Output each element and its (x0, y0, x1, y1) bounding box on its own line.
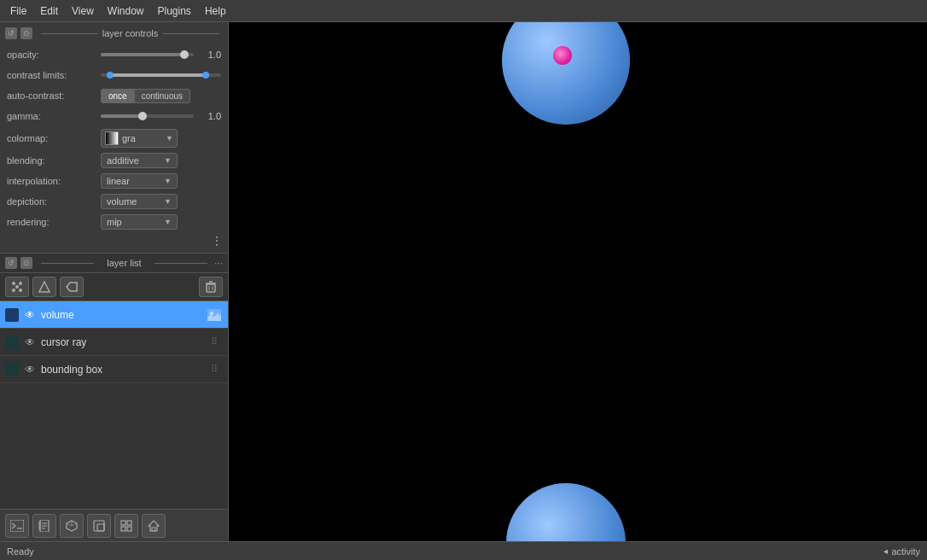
grid-icon (120, 520, 132, 532)
menu-plugins[interactable]: Plugins (151, 3, 198, 19)
activity-label: activity (891, 546, 920, 557)
opacity-slider-container: 1.0 (101, 50, 221, 60)
blending-value: additive (107, 155, 160, 166)
layer-item-volume[interactable]: 👁 volume (0, 301, 228, 329)
volume-image-icon (206, 306, 223, 324)
activity-panel[interactable]: ◂ activity (883, 546, 920, 557)
depiction-row: depiction: volume ▼ (0, 191, 228, 212)
svg-rect-29 (127, 527, 131, 531)
add-points-btn[interactable] (5, 277, 29, 297)
bounding-box-move-icon: ⠿ (206, 361, 223, 378)
depiction-label: depiction: (7, 196, 101, 207)
contrast-track[interactable] (101, 73, 221, 77)
gamma-row: gamma: 1.0 (0, 106, 228, 126)
svg-marker-30 (149, 521, 159, 531)
header-icons: ↺ ⊙ (5, 27, 32, 39)
status-ready: Ready (7, 546, 34, 557)
svg-line-23 (67, 523, 72, 526)
colormap-value: gra (122, 133, 162, 143)
gamma-thumb[interactable] (138, 112, 147, 120)
grid-btn[interactable] (114, 514, 138, 538)
layer-list-divider-left (41, 263, 94, 264)
layer-item-bounding-box[interactable]: 👁 bounding box ⠿ (0, 356, 228, 383)
layer-list-header-icons: ↺ ⊙ (5, 257, 32, 269)
three-dots-menu[interactable]: ⋮ (0, 232, 228, 249)
header-divider-right (162, 33, 219, 34)
menu-window[interactable]: Window (101, 3, 151, 19)
status-bar: Ready ◂ activity (0, 541, 927, 560)
contrast-row: contrast limits: (0, 65, 228, 85)
opacity-track[interactable] (101, 53, 194, 56)
bounding-box-color-dot (5, 363, 19, 376)
labels-icon (66, 281, 78, 293)
sphere-top-left (502, 22, 630, 125)
interpolation-row: interpolation: linear ▼ (0, 171, 228, 191)
svg-rect-28 (121, 527, 125, 531)
ellipsis-icon[interactable]: ⋮ (211, 234, 223, 248)
layer-controls-title: layer controls (102, 28, 159, 38)
notebook-btn[interactable] (32, 514, 56, 538)
layer-item-cursor-ray[interactable]: 👁 cursor ray ⠿ (0, 329, 228, 356)
console-btn[interactable] (5, 514, 29, 538)
cube-btn[interactable] (60, 514, 84, 538)
svg-line-22 (72, 523, 77, 526)
auto-contrast-label: auto-contrast: (7, 90, 101, 101)
opacity-row: opacity: 1.0 (0, 44, 228, 65)
colormap-swatch (105, 131, 119, 145)
gamma-fill (101, 114, 143, 118)
bounding-box-name: bounding box (41, 364, 206, 376)
auto-contrast-continuous-btn[interactable]: continuous (135, 89, 190, 103)
auto-contrast-row: auto-contrast: once continuous (0, 85, 228, 106)
main-layout: ↺ ⊙ layer controls opacity: 1.0 (0, 22, 927, 541)
rendering-arrow-icon: ▼ (164, 218, 172, 226)
menu-view[interactable]: View (65, 3, 101, 19)
colormap-select[interactable]: gra ▼ (101, 129, 178, 148)
canvas-area[interactable] (229, 22, 927, 541)
menu-help[interactable]: Help (198, 3, 233, 19)
interpolation-select[interactable]: linear ▼ (101, 173, 178, 189)
bounding-box-visibility-icon[interactable]: 👁 (22, 362, 38, 377)
delete-icon (205, 281, 217, 293)
settings-icon[interactable]: ⊙ (20, 27, 32, 39)
interpolation-value: linear (107, 176, 160, 186)
layer-list: 👁 volume 👁 cursor ray ⠿ (0, 301, 228, 509)
svg-rect-24 (94, 521, 104, 531)
add-shapes-btn[interactable] (32, 277, 56, 297)
menu-edit[interactable]: Edit (33, 3, 65, 19)
home-btn[interactable] (142, 514, 166, 538)
contrast-thumb-right[interactable] (202, 72, 209, 79)
svg-rect-25 (97, 524, 104, 531)
reset-icon[interactable]: ↺ (5, 27, 17, 39)
window-icon (93, 520, 105, 532)
layer-list-section: ↺ ⊙ layer list ··· (0, 254, 228, 509)
layer-list-divider-right (154, 263, 207, 264)
gamma-track[interactable] (101, 114, 194, 118)
contrast-slider-container (101, 73, 221, 77)
rendering-row: rendering: mip ▼ (0, 212, 228, 232)
depiction-select[interactable]: volume ▼ (101, 194, 178, 209)
delete-layer-btn[interactable] (199, 277, 223, 297)
interpolation-label: interpolation: (7, 176, 101, 186)
svg-point-1 (19, 282, 22, 285)
auto-contrast-once-btn[interactable]: once (101, 89, 135, 103)
layer-list-settings-icon[interactable]: ⊙ (20, 257, 32, 269)
cursor-ray-visibility-icon[interactable]: 👁 (22, 335, 38, 350)
window-btn[interactable] (87, 514, 111, 538)
depiction-value: volume (107, 196, 160, 207)
layer-toolbar (0, 273, 228, 301)
rendering-select[interactable]: mip ▼ (101, 214, 178, 230)
menubar: File Edit View Window Plugins Help (0, 0, 927, 22)
menu-file[interactable]: File (3, 3, 33, 19)
blending-arrow-icon: ▼ (164, 156, 172, 165)
interpolation-arrow-icon: ▼ (164, 177, 172, 185)
contrast-thumb-left[interactable] (107, 72, 114, 79)
blending-select[interactable]: additive ▼ (101, 153, 178, 168)
cursor-ray-name: cursor ray (41, 336, 206, 348)
volume-visibility-icon[interactable]: 👁 (22, 307, 38, 323)
svg-point-3 (19, 289, 22, 292)
add-labels-btn[interactable] (60, 277, 84, 297)
colormap-row: colormap: gra ▼ (0, 126, 228, 150)
layer-list-reset-icon[interactable]: ↺ (5, 257, 17, 269)
layer-controls-header: ↺ ⊙ layer controls (0, 26, 228, 41)
opacity-thumb[interactable] (180, 50, 189, 59)
